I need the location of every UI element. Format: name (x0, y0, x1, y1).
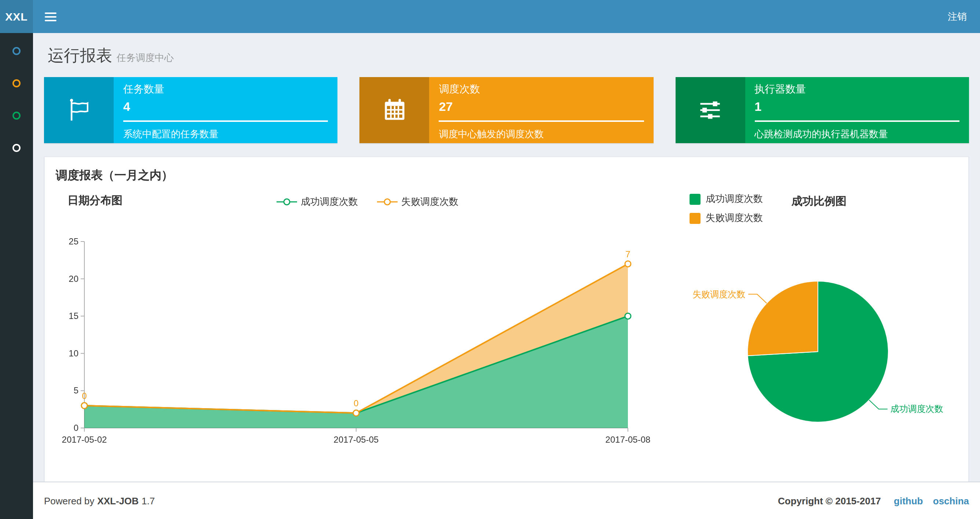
circle-icon (13, 46, 21, 55)
top-navbar: XXL 注销 (0, 0, 980, 33)
info-box-content: 任务数量 4 系统中配置的任务数量 (114, 77, 338, 143)
sidebar-item-3[interactable] (9, 111, 24, 120)
legend-item-success[interactable]: 成功调度次数 (689, 192, 763, 206)
flag-icon (44, 77, 114, 143)
oschina-link[interactable]: oschina (933, 495, 969, 506)
svg-text:成功调度次数: 成功调度次数 (891, 404, 943, 414)
panel-title: 调度报表（一月之内） (56, 168, 957, 184)
app-logo-text: XXL (5, 10, 27, 23)
info-box-title: 任务数量 (123, 83, 328, 96)
line-chart-section: 日期分布图 成功调度次数 失败调度次数 (56, 192, 679, 475)
info-box-description: 心跳检测成功的执行器机器数量 (754, 128, 959, 141)
info-box-trigger-count: 调度次数 27 调度中心触发的调度次数 (360, 77, 654, 143)
progress-bar (754, 120, 959, 122)
svg-text:2017-05-08: 2017-05-08 (606, 434, 651, 444)
charts-row: 日期分布图 成功调度次数 失败调度次数 (56, 192, 957, 475)
logout-link[interactable]: 注销 (934, 0, 980, 33)
pie-chart: 成功调度次数失败调度次数 (679, 233, 959, 475)
pie-chart-header: 成功调度次数 失败调度次数 成功比例图 (679, 192, 959, 233)
svg-text:失败调度次数: 失败调度次数 (692, 289, 745, 299)
sidebar-item-1[interactable] (9, 46, 24, 55)
page-header: 运行报表任务调度中心 (48, 45, 969, 67)
app-root: XXL 注销 运行报表任务调度中心 (0, 0, 980, 519)
line-marker-icon (277, 198, 297, 206)
line-chart-canvas: 05101520252017-05-022017-05-052017-05-08… (56, 214, 679, 457)
line-marker-icon (377, 198, 398, 206)
content: 运行报表任务调度中心 任务数量 4 (33, 33, 980, 482)
pie-chart-section: 成功调度次数 失败调度次数 成功比例图 成功调度次数失败调度次数 (679, 192, 959, 475)
svg-text:15: 15 (68, 311, 78, 321)
info-box-number: 1 (754, 100, 959, 115)
main-area: 运行报表任务调度中心 任务数量 4 (33, 33, 980, 519)
legend-item-fail[interactable]: 失败调度次数 (689, 211, 763, 225)
svg-text:2017-05-02: 2017-05-02 (62, 434, 107, 444)
info-box-content: 执行器数量 1 心跳检测成功的执行器机器数量 (745, 77, 969, 143)
info-box-number: 4 (123, 100, 328, 115)
sliders-icon (675, 77, 745, 143)
progress-bar (439, 120, 644, 122)
github-link[interactable]: github (894, 495, 923, 506)
report-panel: 调度报表（一月之内） 日期分布图 成功调度次数 (44, 156, 969, 482)
info-box-executor-count: 执行器数量 1 心跳检测成功的执行器机器数量 (675, 77, 969, 143)
legend-label: 失败调度次数 (706, 211, 763, 225)
svg-text:0: 0 (74, 423, 78, 433)
sidebar-toggle-button[interactable] (33, 0, 68, 33)
page-subtitle: 任务调度中心 (117, 52, 174, 63)
calendar-icon (360, 77, 430, 143)
svg-text:5: 5 (74, 385, 78, 395)
legend-label: 成功调度次数 (301, 195, 358, 209)
line-chart-header: 日期分布图 成功调度次数 失败调度次数 (56, 192, 679, 214)
svg-text:10: 10 (68, 348, 78, 358)
info-box-task-count: 任务数量 4 系统中配置的任务数量 (44, 77, 338, 143)
circle-icon (13, 111, 21, 119)
info-box-content: 调度次数 27 调度中心触发的调度次数 (430, 77, 654, 143)
product-name: XXL-JOB (97, 495, 138, 506)
line-chart-legend: 成功调度次数 失败调度次数 (56, 192, 679, 209)
svg-text:20: 20 (68, 274, 78, 284)
powered-by-prefix: Powered by (44, 495, 94, 506)
footer: Powered byXXL-JOB1.7 Copyright © 2015-20… (33, 482, 980, 519)
page-title: 运行报表任务调度中心 (48, 45, 969, 67)
app-logo[interactable]: XXL (0, 0, 33, 33)
sidebar-item-2[interactable] (9, 78, 24, 87)
sidebar (0, 33, 33, 519)
info-box-title: 执行器数量 (754, 83, 959, 96)
swatch-icon (689, 212, 700, 224)
circle-icon (13, 144, 21, 152)
swatch-icon (689, 193, 700, 204)
copyright-text: Copyright © 2015-2017 (778, 495, 881, 506)
hamburger-icon (45, 12, 56, 21)
product-version: 1.7 (142, 495, 155, 506)
line-chart: 05101520252017-05-022017-05-052017-05-08… (56, 214, 679, 457)
line-chart-title: 日期分布图 (67, 194, 123, 208)
legend-item-fail[interactable]: 失败调度次数 (377, 195, 458, 209)
info-box-description: 系统中配置的任务数量 (123, 128, 328, 141)
copyright-area: Copyright © 2015-2017 github oschina (775, 495, 969, 506)
powered-by: Powered byXXL-JOB1.7 (44, 495, 155, 506)
pie-chart-canvas: 成功调度次数失败调度次数 (679, 233, 959, 475)
legend-item-success[interactable]: 成功调度次数 (277, 195, 358, 209)
progress-bar (123, 120, 328, 122)
svg-text:2017-05-05: 2017-05-05 (334, 434, 379, 444)
info-box-number: 27 (439, 100, 644, 115)
svg-text:7: 7 (625, 249, 630, 259)
info-box-title: 调度次数 (439, 83, 644, 96)
info-box-row: 任务数量 4 系统中配置的任务数量 (44, 77, 969, 143)
svg-text:25: 25 (68, 236, 78, 246)
legend-label: 成功调度次数 (706, 192, 763, 206)
legend-label: 失败调度次数 (401, 195, 458, 209)
sidebar-item-4[interactable] (9, 143, 24, 152)
circle-icon (13, 79, 21, 87)
svg-text:0: 0 (353, 398, 358, 408)
svg-text:0: 0 (82, 391, 87, 401)
info-box-description: 调度中心触发的调度次数 (439, 128, 644, 141)
pie-chart-legend: 成功调度次数 失败调度次数 (689, 192, 763, 225)
